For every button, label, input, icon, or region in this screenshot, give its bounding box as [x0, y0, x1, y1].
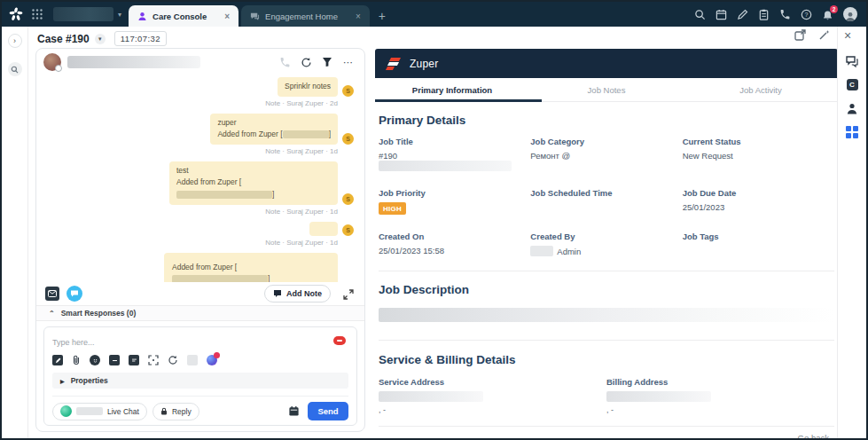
properties-label: Properties: [71, 376, 108, 385]
tab-care-console[interactable]: Care Console ×: [129, 5, 239, 27]
rail-search-icon[interactable]: [8, 62, 22, 76]
job-description-title: Job Description: [379, 283, 834, 296]
note-message[interactable]: Added from Zuper [] #190-[] S: [164, 253, 354, 282]
send-button[interactable]: Send: [308, 402, 348, 420]
case-info-icon[interactable]: C: [847, 79, 858, 90]
note-message[interactable]: zuper Added from Zuper [] S: [210, 114, 354, 145]
contact-person-icon[interactable]: [846, 102, 858, 114]
note-meta: Note · Suraj Zuper · 2d: [265, 99, 338, 107]
translate-sync-icon[interactable]: [168, 355, 178, 365]
go-back-link[interactable]: Go back: [379, 433, 829, 440]
sprinklr-logo-icon: [9, 7, 23, 21]
field-billing-address: Billing Address , -: [606, 377, 834, 414]
agent-avatar: S: [342, 193, 354, 205]
reply-composer: ▶ Properties Live Chat Reply Send: [43, 326, 357, 426]
field-job-category: Job Category Ремонт @: [530, 137, 682, 171]
expand-composer-icon[interactable]: [343, 287, 356, 300]
channel-row: Add Note: [36, 282, 364, 305]
redacted-value: [530, 246, 553, 256]
smart-responses-toggle[interactable]: ⌃ Smart Responses (0): [36, 305, 364, 321]
reply-visibility-pill[interactable]: Reply: [152, 403, 199, 420]
zuper-logo-icon: [386, 57, 402, 71]
close-panel-icon[interactable]: ×: [841, 28, 855, 42]
filter-icon[interactable]: [318, 54, 336, 70]
fullscreen-icon[interactable]: [148, 355, 159, 365]
canned-response-icon[interactable]: [109, 355, 120, 365]
agent-avatar: S: [342, 133, 354, 145]
live-chat-channel-icon[interactable]: [66, 286, 82, 302]
expand-panel-icon[interactable]: ›: [8, 34, 22, 48]
field-job-title: Job Title #190: [379, 137, 530, 171]
note-message[interactable]: Sprinklr notes S: [278, 77, 354, 97]
live-chat-channel-pill[interactable]: Live Chat: [52, 403, 147, 420]
tab-job-notes[interactable]: Job Notes: [529, 78, 684, 101]
open-in-new-icon[interactable]: [793, 28, 807, 42]
ai-assistant-icon[interactable]: [207, 355, 217, 365]
note-meta: Note · Suraj Zuper · 1d: [265, 147, 338, 155]
more-options-icon[interactable]: ⋯: [340, 54, 357, 70]
search-icon[interactable]: [694, 9, 706, 20]
customer-avatar[interactable]: [43, 53, 61, 71]
field-job-due-date: Job Due Date 25/01/2023: [683, 188, 834, 215]
app-launcher-icon[interactable]: [31, 8, 43, 20]
case-title: Case #190: [37, 33, 90, 45]
zuper-app-name: Zuper: [410, 58, 438, 70]
notifications-bell-icon[interactable]: 2: [822, 9, 833, 20]
add-tab-icon[interactable]: +: [379, 9, 386, 23]
user-avatar[interactable]: [843, 7, 857, 21]
lock-icon: [160, 407, 168, 415]
channel-avatar: [60, 405, 72, 417]
conversation-panel: ⋯ Sprinklr notes S Note · Suraj Zuper · …: [35, 48, 365, 432]
magic-wand-icon[interactable]: [817, 28, 831, 42]
send-row: Live Chat Reply Send: [52, 396, 348, 420]
comments-icon[interactable]: [846, 55, 858, 67]
workspace-selector[interactable]: [53, 7, 113, 21]
emoji-icon[interactable]: [90, 355, 100, 365]
template-icon[interactable]: [129, 355, 139, 365]
message-input[interactable]: [52, 338, 230, 347]
tab-job-activity[interactable]: Job Activity: [684, 78, 838, 101]
properties-toggle[interactable]: ▶ Properties: [52, 373, 348, 389]
tasks-clipboard-icon[interactable]: [758, 9, 770, 20]
calendar-icon[interactable]: [716, 9, 727, 20]
close-tab-icon[interactable]: ×: [356, 12, 361, 21]
priority-badge: HIGH: [379, 202, 406, 215]
workspace-chevron-down-icon[interactable]: ▾: [118, 11, 121, 19]
case-chevron-down-icon[interactable]: ▾: [95, 34, 106, 44]
divider: [379, 271, 834, 271]
call-icon[interactable]: [276, 54, 293, 70]
help-icon[interactable]: ?: [801, 9, 812, 20]
primary-details-grid: Job Title #190 Job Category Ремонт @ Cur…: [379, 137, 834, 256]
right-rail: C: [837, 27, 866, 438]
reply-label: Reply: [172, 407, 192, 416]
compose-icon[interactable]: [737, 9, 748, 20]
email-channel-icon[interactable]: [45, 287, 59, 301]
tab-engagement-home[interactable]: Engagement Home ×: [241, 5, 370, 27]
phone-icon[interactable]: [779, 9, 791, 20]
field-job-scheduled-time: Job Scheduled Time: [530, 188, 682, 215]
note-text: Added from Zuper [] #190-[]: [164, 253, 338, 282]
note-message[interactable]: S: [309, 222, 354, 236]
note-message[interactable]: test Added from Zuper [] S: [169, 161, 354, 205]
conversation-header: ⋯: [36, 49, 364, 75]
top-bar-actions: ? 2: [694, 2, 866, 27]
apps-grid-icon[interactable]: [846, 126, 858, 138]
tab-primary-information[interactable]: Primary Information: [375, 78, 529, 101]
close-tab-icon[interactable]: ×: [224, 12, 230, 21]
field-service-address: Service Address , -: [379, 377, 606, 414]
notes-tool-icon[interactable]: [52, 355, 63, 365]
redacted-value: [379, 161, 512, 171]
add-note-button[interactable]: Add Note: [264, 285, 331, 302]
do-not-disturb-icon[interactable]: [333, 336, 346, 345]
redacted-text: [176, 191, 272, 199]
note-meta: Note · Suraj Zuper · 1d: [265, 208, 338, 216]
field-job-tags: Job Tags: [683, 232, 834, 256]
field-job-priority: Job Priority HIGH: [379, 188, 530, 215]
schedule-send-icon[interactable]: [285, 404, 302, 420]
attachment-icon[interactable]: [72, 355, 81, 365]
zuper-body: Primary Details Job Title #190 Job Categ…: [375, 114, 838, 440]
refresh-icon[interactable]: [297, 54, 315, 70]
case-timer-badge: 117:07:32: [114, 31, 167, 46]
primary-details-title: Primary Details: [379, 114, 834, 127]
note-text: zuper Added from Zuper []: [210, 114, 338, 145]
